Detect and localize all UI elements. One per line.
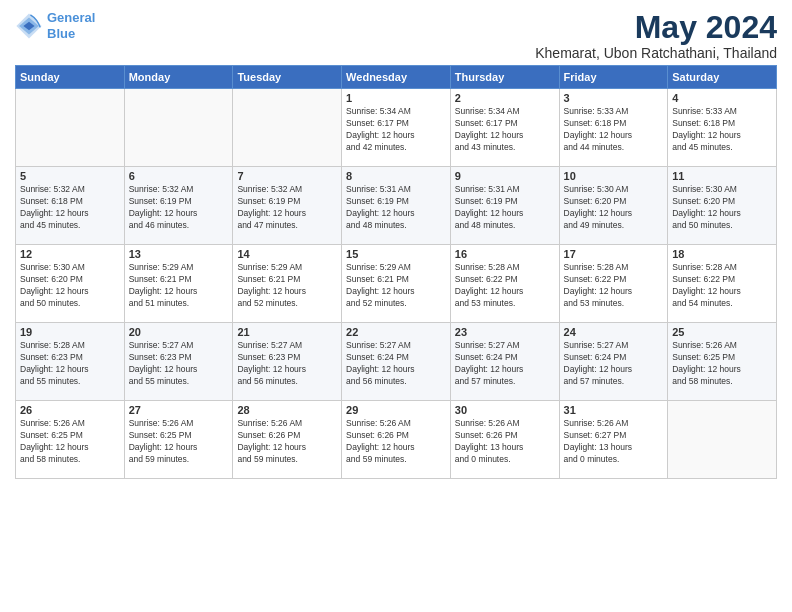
- calendar-table: SundayMondayTuesdayWednesdayThursdayFrid…: [15, 65, 777, 479]
- day-info: Sunrise: 5:27 AM Sunset: 6:24 PM Dayligh…: [346, 340, 446, 388]
- day-number: 25: [672, 326, 772, 338]
- day-number: 12: [20, 248, 120, 260]
- day-info: Sunrise: 5:32 AM Sunset: 6:18 PM Dayligh…: [20, 184, 120, 232]
- calendar-cell: 8Sunrise: 5:31 AM Sunset: 6:19 PM Daylig…: [342, 167, 451, 245]
- day-number: 14: [237, 248, 337, 260]
- day-number: 17: [564, 248, 664, 260]
- day-info: Sunrise: 5:34 AM Sunset: 6:17 PM Dayligh…: [346, 106, 446, 154]
- day-info: Sunrise: 5:30 AM Sunset: 6:20 PM Dayligh…: [672, 184, 772, 232]
- calendar-week-row: 26Sunrise: 5:26 AM Sunset: 6:25 PM Dayli…: [16, 401, 777, 479]
- day-number: 11: [672, 170, 772, 182]
- calendar-cell: 24Sunrise: 5:27 AM Sunset: 6:24 PM Dayli…: [559, 323, 668, 401]
- calendar-cell: 22Sunrise: 5:27 AM Sunset: 6:24 PM Dayli…: [342, 323, 451, 401]
- day-info: Sunrise: 5:26 AM Sunset: 6:27 PM Dayligh…: [564, 418, 664, 466]
- title-block: May 2024 Khemarat, Ubon Ratchathani, Tha…: [535, 10, 777, 61]
- calendar-cell: 17Sunrise: 5:28 AM Sunset: 6:22 PM Dayli…: [559, 245, 668, 323]
- day-number: 27: [129, 404, 229, 416]
- day-info: Sunrise: 5:26 AM Sunset: 6:25 PM Dayligh…: [129, 418, 229, 466]
- day-number: 5: [20, 170, 120, 182]
- logo-icon: [15, 12, 43, 40]
- main-container: General Blue May 2024 Khemarat, Ubon Rat…: [0, 0, 792, 489]
- day-info: Sunrise: 5:27 AM Sunset: 6:23 PM Dayligh…: [237, 340, 337, 388]
- weekday-header: Sunday: [16, 66, 125, 89]
- day-number: 19: [20, 326, 120, 338]
- day-info: Sunrise: 5:26 AM Sunset: 6:25 PM Dayligh…: [20, 418, 120, 466]
- day-number: 2: [455, 92, 555, 104]
- calendar-week-row: 12Sunrise: 5:30 AM Sunset: 6:20 PM Dayli…: [16, 245, 777, 323]
- calendar-cell: 30Sunrise: 5:26 AM Sunset: 6:26 PM Dayli…: [450, 401, 559, 479]
- day-number: 9: [455, 170, 555, 182]
- calendar-cell: 1Sunrise: 5:34 AM Sunset: 6:17 PM Daylig…: [342, 89, 451, 167]
- calendar-cell: 6Sunrise: 5:32 AM Sunset: 6:19 PM Daylig…: [124, 167, 233, 245]
- header-row-days: SundayMondayTuesdayWednesdayThursdayFrid…: [16, 66, 777, 89]
- logo: General Blue: [15, 10, 95, 41]
- day-info: Sunrise: 5:27 AM Sunset: 6:24 PM Dayligh…: [564, 340, 664, 388]
- logo-line1: General: [47, 10, 95, 25]
- calendar-cell: 26Sunrise: 5:26 AM Sunset: 6:25 PM Dayli…: [16, 401, 125, 479]
- day-info: Sunrise: 5:26 AM Sunset: 6:26 PM Dayligh…: [455, 418, 555, 466]
- day-number: 24: [564, 326, 664, 338]
- logo-line2: Blue: [47, 26, 75, 41]
- day-info: Sunrise: 5:28 AM Sunset: 6:22 PM Dayligh…: [564, 262, 664, 310]
- calendar-week-row: 5Sunrise: 5:32 AM Sunset: 6:18 PM Daylig…: [16, 167, 777, 245]
- day-info: Sunrise: 5:31 AM Sunset: 6:19 PM Dayligh…: [346, 184, 446, 232]
- day-info: Sunrise: 5:34 AM Sunset: 6:17 PM Dayligh…: [455, 106, 555, 154]
- calendar-cell: [16, 89, 125, 167]
- day-number: 20: [129, 326, 229, 338]
- day-info: Sunrise: 5:31 AM Sunset: 6:19 PM Dayligh…: [455, 184, 555, 232]
- day-number: 3: [564, 92, 664, 104]
- weekday-header: Monday: [124, 66, 233, 89]
- calendar-cell: 23Sunrise: 5:27 AM Sunset: 6:24 PM Dayli…: [450, 323, 559, 401]
- calendar-cell: 28Sunrise: 5:26 AM Sunset: 6:26 PM Dayli…: [233, 401, 342, 479]
- calendar-cell: 19Sunrise: 5:28 AM Sunset: 6:23 PM Dayli…: [16, 323, 125, 401]
- calendar-cell: 15Sunrise: 5:29 AM Sunset: 6:21 PM Dayli…: [342, 245, 451, 323]
- calendar-cell: [668, 401, 777, 479]
- calendar-cell: 12Sunrise: 5:30 AM Sunset: 6:20 PM Dayli…: [16, 245, 125, 323]
- day-info: Sunrise: 5:29 AM Sunset: 6:21 PM Dayligh…: [346, 262, 446, 310]
- day-info: Sunrise: 5:28 AM Sunset: 6:23 PM Dayligh…: [20, 340, 120, 388]
- day-number: 6: [129, 170, 229, 182]
- calendar-cell: 3Sunrise: 5:33 AM Sunset: 6:18 PM Daylig…: [559, 89, 668, 167]
- day-info: Sunrise: 5:32 AM Sunset: 6:19 PM Dayligh…: [129, 184, 229, 232]
- day-info: Sunrise: 5:27 AM Sunset: 6:23 PM Dayligh…: [129, 340, 229, 388]
- day-number: 16: [455, 248, 555, 260]
- day-info: Sunrise: 5:33 AM Sunset: 6:18 PM Dayligh…: [564, 106, 664, 154]
- day-number: 22: [346, 326, 446, 338]
- day-number: 13: [129, 248, 229, 260]
- day-info: Sunrise: 5:29 AM Sunset: 6:21 PM Dayligh…: [129, 262, 229, 310]
- day-info: Sunrise: 5:29 AM Sunset: 6:21 PM Dayligh…: [237, 262, 337, 310]
- calendar-cell: 18Sunrise: 5:28 AM Sunset: 6:22 PM Dayli…: [668, 245, 777, 323]
- weekday-header: Saturday: [668, 66, 777, 89]
- day-number: 26: [20, 404, 120, 416]
- day-number: 7: [237, 170, 337, 182]
- calendar-week-row: 1Sunrise: 5:34 AM Sunset: 6:17 PM Daylig…: [16, 89, 777, 167]
- day-info: Sunrise: 5:26 AM Sunset: 6:26 PM Dayligh…: [237, 418, 337, 466]
- calendar-cell: 7Sunrise: 5:32 AM Sunset: 6:19 PM Daylig…: [233, 167, 342, 245]
- calendar-cell: 21Sunrise: 5:27 AM Sunset: 6:23 PM Dayli…: [233, 323, 342, 401]
- day-number: 18: [672, 248, 772, 260]
- day-info: Sunrise: 5:28 AM Sunset: 6:22 PM Dayligh…: [672, 262, 772, 310]
- day-info: Sunrise: 5:27 AM Sunset: 6:24 PM Dayligh…: [455, 340, 555, 388]
- day-number: 29: [346, 404, 446, 416]
- day-number: 10: [564, 170, 664, 182]
- day-number: 23: [455, 326, 555, 338]
- calendar-cell: 27Sunrise: 5:26 AM Sunset: 6:25 PM Dayli…: [124, 401, 233, 479]
- header-row: General Blue May 2024 Khemarat, Ubon Rat…: [15, 10, 777, 61]
- day-number: 8: [346, 170, 446, 182]
- calendar-cell: 10Sunrise: 5:30 AM Sunset: 6:20 PM Dayli…: [559, 167, 668, 245]
- calendar-cell: 20Sunrise: 5:27 AM Sunset: 6:23 PM Dayli…: [124, 323, 233, 401]
- day-info: Sunrise: 5:30 AM Sunset: 6:20 PM Dayligh…: [20, 262, 120, 310]
- calendar-cell: [124, 89, 233, 167]
- day-info: Sunrise: 5:32 AM Sunset: 6:19 PM Dayligh…: [237, 184, 337, 232]
- day-info: Sunrise: 5:33 AM Sunset: 6:18 PM Dayligh…: [672, 106, 772, 154]
- weekday-header: Friday: [559, 66, 668, 89]
- day-number: 21: [237, 326, 337, 338]
- day-number: 15: [346, 248, 446, 260]
- day-number: 28: [237, 404, 337, 416]
- main-title: May 2024: [535, 10, 777, 45]
- calendar-week-row: 19Sunrise: 5:28 AM Sunset: 6:23 PM Dayli…: [16, 323, 777, 401]
- calendar-cell: 9Sunrise: 5:31 AM Sunset: 6:19 PM Daylig…: [450, 167, 559, 245]
- day-number: 4: [672, 92, 772, 104]
- weekday-header: Wednesday: [342, 66, 451, 89]
- day-number: 31: [564, 404, 664, 416]
